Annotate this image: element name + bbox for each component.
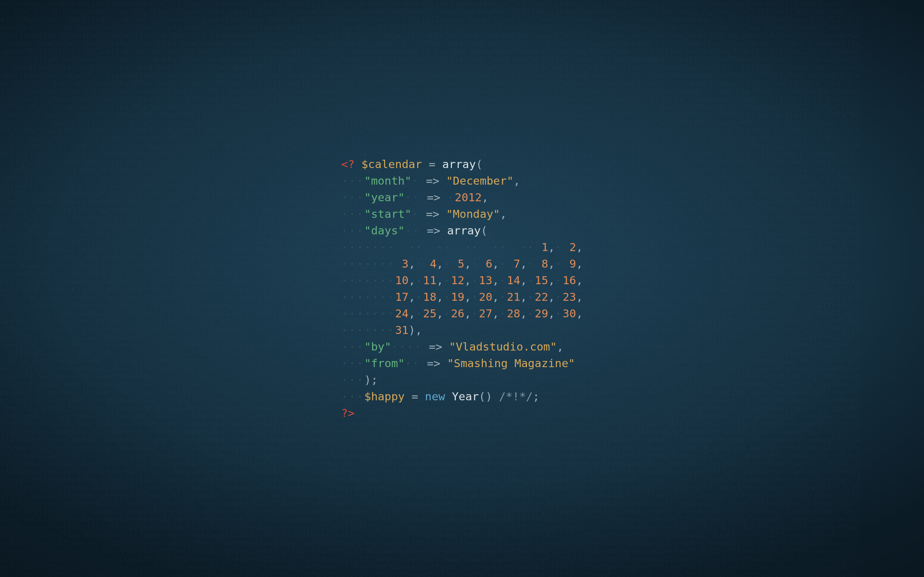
val-start: "Monday" (446, 207, 500, 220)
calendar-day: 22 (535, 288, 548, 305)
php-open-tag: <? (341, 158, 354, 171)
calendar-day: 27 (479, 305, 492, 322)
calendar-day: 16 (563, 272, 576, 288)
calendar-day: 29 (535, 305, 548, 322)
type-year: Year (452, 390, 479, 403)
comment: /*!*/ (499, 390, 533, 403)
key-from: "from" (364, 357, 405, 370)
php-close-tag: ?> (341, 406, 354, 419)
calendar-day: 23 (563, 288, 576, 305)
keyword-new: new (425, 390, 445, 403)
calendar-day: 6 (479, 255, 492, 272)
val-by: "Vladstudio.com" (449, 340, 557, 353)
calendar-day: 13 (479, 272, 492, 288)
var-calendar: $calendar (361, 158, 422, 171)
calendar-day: 30 (563, 305, 576, 322)
var-happy: $happy (364, 390, 405, 403)
val-year: 2012 (455, 191, 482, 204)
calendar-day: 31 (395, 322, 409, 338)
calendar-day: 20 (479, 288, 492, 305)
calendar-day: 18 (423, 288, 436, 305)
calendar-day: 2 (563, 239, 576, 255)
calendar-day: 21 (507, 288, 520, 305)
calendar-day: 1 (535, 239, 548, 255)
key-by: "by" (364, 340, 391, 353)
calendar-day: 8 (535, 255, 548, 272)
calendar-day: 9 (563, 255, 576, 272)
calendar-day: 11 (423, 272, 436, 288)
calendar-day: 5 (451, 255, 464, 272)
calendar-day: 26 (451, 305, 464, 322)
calendar-day: 28 (507, 305, 520, 322)
key-month: "month" (364, 174, 412, 187)
calendar-day: 10 (395, 272, 409, 288)
calendar-day: 15 (535, 272, 548, 288)
php-calendar-code: <? $calendar = array(···"month"· => "Dec… (341, 156, 583, 421)
key-days: "days" (364, 224, 405, 237)
calendar-day: 3 (395, 255, 409, 272)
val-month: "December" (446, 174, 514, 187)
calendar-day: 14 (507, 272, 520, 288)
calendar-day: 4 (423, 255, 436, 272)
key-year: "year" (364, 191, 405, 204)
calendar-day: 17 (395, 288, 409, 305)
calendar-day: 7 (507, 255, 520, 272)
calendar-day: 24 (395, 305, 409, 322)
calendar-day: 12 (451, 272, 464, 288)
key-start: "start" (364, 207, 412, 220)
val-from: "Smashing Magazine" (447, 357, 575, 370)
calendar-day: 25 (423, 305, 436, 322)
calendar-day-grid: ······· ·· ·· ·· ·· ··1,·2,·······3,·4,·… (341, 239, 583, 338)
calendar-day: 19 (451, 288, 464, 305)
